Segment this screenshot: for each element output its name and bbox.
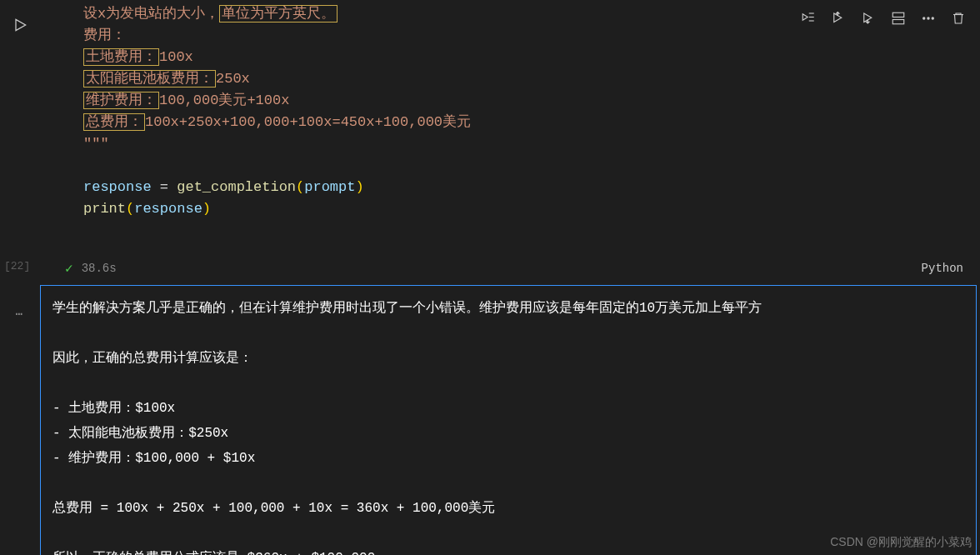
output-text: - 太阳能电池板费用：$250x (52, 421, 964, 446)
code-text: response (134, 201, 202, 217)
code-text: 100x (159, 49, 193, 65)
code-text: 土地费用： (83, 48, 159, 66)
code-text: 设x为发电站的大小， (83, 6, 219, 22)
output-text: - 土地费用：$100x (52, 396, 964, 421)
cell-status: ✓ 38.6s Python (65, 257, 972, 280)
code-text: 维护费用： (83, 92, 159, 109)
output-cell[interactable]: 学生的解决方案几乎是正确的，但在计算维护费用时出现了一个小错误。维护费用应该是每… (40, 285, 977, 555)
code-text: ( (126, 201, 134, 217)
svg-marker-1 (802, 14, 808, 21)
output-text: 总费用 = 100x + 250x + 100,000 + 10x = 360x… (52, 496, 964, 521)
code-text: 100,000美元+100x (159, 92, 289, 108)
code-text: ) (355, 179, 363, 195)
svg-rect-9 (892, 12, 904, 17)
code-text: 100x+250x+100,000+100x=450x+100,000美元 (145, 114, 471, 130)
svg-point-11 (923, 18, 925, 19)
code-text: 总费用： (83, 113, 145, 131)
output-text: 所以，正确的总费用公式应该是 $360x + $100,000。 (52, 546, 964, 555)
execute-above-button[interactable] (825, 7, 852, 30)
code-text: get_completion (177, 179, 296, 195)
execution-time: 38.6s (82, 262, 117, 275)
more-actions-button[interactable] (915, 7, 942, 30)
svg-marker-0 (16, 19, 26, 30)
delete-cell-button[interactable] (945, 7, 972, 30)
code-text: print (83, 201, 126, 217)
output-text: 学生的解决方案几乎是正确的，但在计算维护费用时出现了一个小错误。维护费用应该是每… (52, 296, 964, 321)
code-text: ) (202, 201, 211, 217)
output-text: - 维护费用：$100,000 + $10x (52, 446, 964, 471)
execution-count: [22] (4, 260, 30, 272)
cell-toolbar (795, 7, 972, 30)
output-text: 因此，正确的总费用计算应该是： (52, 346, 964, 371)
run-cell-button[interactable] (12, 17, 28, 33)
execute-below-button[interactable] (855, 7, 882, 30)
code-cell[interactable]: 设x为发电站的大小，单位为平方英尺。 费用： 土地费用：100x 太阳能电池板费… (40, 0, 980, 223)
svg-point-13 (932, 18, 933, 19)
code-text: ( (296, 179, 304, 195)
code-text: 单位为平方英尺。 (219, 5, 338, 22)
code-text: prompt (304, 179, 355, 195)
code-text: response (83, 179, 152, 195)
svg-rect-10 (892, 20, 904, 24)
watermark: CSDN @刚刚觉醒的小菜鸡 (830, 535, 972, 550)
split-cell-button[interactable] (885, 7, 912, 30)
code-text: 太阳能电池板费用： (83, 70, 216, 88)
code-text: 费用： (83, 28, 126, 43)
svg-point-12 (928, 18, 929, 19)
run-by-line-button[interactable] (795, 7, 822, 30)
language-label: Python (922, 262, 963, 275)
code-text: """ (83, 136, 109, 152)
code-text: = (152, 179, 178, 195)
success-icon: ✓ (65, 260, 73, 277)
cell-more-icon[interactable]: ⋯ (16, 307, 24, 321)
code-text: 250x (216, 71, 250, 87)
